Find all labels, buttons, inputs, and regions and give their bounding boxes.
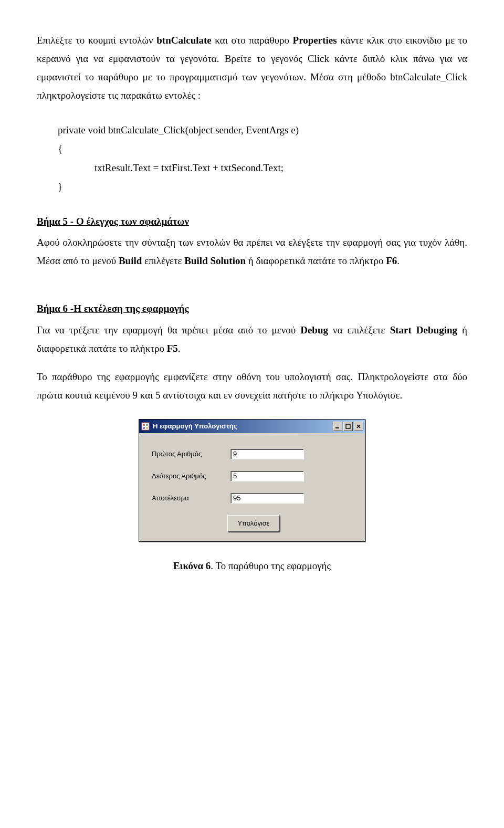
step-6-body-1: Για να τρέξετε την εφαρμογή θα πρέπει μέ… bbox=[37, 321, 467, 358]
close-icon bbox=[356, 424, 361, 429]
title-bar: Η εφαρμογή Υπολογιστής bbox=[139, 420, 365, 433]
text: Επιλέξτε το κουμπί εντολών bbox=[37, 35, 156, 46]
text: Για να τρέξετε την εφαρμογή θα πρέπει μέ… bbox=[37, 324, 300, 336]
minimize-button[interactable] bbox=[333, 422, 342, 431]
svg-rect-3 bbox=[143, 427, 145, 429]
row-first-number: Πρώτος Αριθμός 9 bbox=[152, 448, 355, 460]
label-result: Αποτέλεσμα bbox=[152, 492, 230, 505]
text: και στο παράθυρο bbox=[212, 35, 293, 46]
menu-ref: Build Solution bbox=[184, 255, 246, 266]
svg-rect-4 bbox=[146, 427, 148, 429]
svg-rect-5 bbox=[335, 427, 339, 428]
code-block: private void btnCalculate_Click(object s… bbox=[58, 121, 467, 196]
window-controls bbox=[333, 422, 363, 431]
caption-text: . Το παράθυρο της εφαρμογής bbox=[211, 560, 331, 571]
code-ref: btnCalculate bbox=[156, 35, 212, 46]
code-line: txtResult.Text = txtFirst.Text + txtSeco… bbox=[58, 159, 467, 177]
text: . bbox=[178, 343, 181, 354]
svg-rect-1 bbox=[143, 424, 145, 426]
svg-rect-2 bbox=[146, 424, 148, 426]
document-page: Επιλέξτε το κουμπί εντολών btnCalculate … bbox=[0, 0, 504, 601]
key-ref: F6 bbox=[386, 255, 397, 266]
label-second: Δεύτερος Αριθμός bbox=[152, 470, 230, 483]
form-body: Πρώτος Αριθμός 9 Δεύτερος Αριθμός 5 Αποτ… bbox=[139, 433, 365, 541]
step-5-heading: Βήμα 5 - Ο έλεγχος των σφαλμάτων bbox=[37, 212, 467, 230]
paragraph-intro: Επιλέξτε το κουμπί εντολών btnCalculate … bbox=[37, 31, 467, 105]
close-button[interactable] bbox=[354, 422, 363, 431]
maximize-button[interactable] bbox=[343, 422, 353, 431]
input-second[interactable]: 5 bbox=[230, 471, 304, 481]
minimize-icon bbox=[335, 424, 340, 429]
input-first[interactable]: 9 bbox=[230, 449, 304, 459]
key-ref: F5 bbox=[167, 343, 178, 354]
screenshot-wrapper: Η εφαρμογή Υπολογιστής Πρώτος Αριθμός bbox=[37, 419, 467, 542]
row-second-number: Δεύτερος Αριθμός 5 bbox=[152, 470, 355, 483]
input-result[interactable]: 95 bbox=[230, 493, 304, 504]
button-row: Υπολόγισε bbox=[152, 515, 355, 532]
app-window: Η εφαρμογή Υπολογιστής Πρώτος Αριθμός bbox=[139, 419, 365, 542]
calculate-button[interactable]: Υπολόγισε bbox=[227, 515, 279, 532]
heading-text: Βήμα 6 -Η εκτέλεση της εφαρμογής bbox=[37, 303, 189, 314]
text: επιλέγετε bbox=[142, 255, 184, 266]
properties-ref: Properties bbox=[293, 35, 337, 46]
step-5-body: Αφού ολοκληρώσετε την σύνταξη των εντολώ… bbox=[37, 233, 467, 270]
text: . bbox=[397, 255, 400, 266]
code-line: private void btnCalculate_Click(object s… bbox=[58, 124, 299, 135]
maximize-icon bbox=[345, 424, 351, 429]
window-title: Η εφαρμογή Υπολογιστής bbox=[153, 420, 333, 433]
row-result: Αποτέλεσμα 95 bbox=[152, 492, 355, 505]
menu-ref: Debug bbox=[300, 324, 328, 336]
menu-ref: Build bbox=[119, 255, 142, 266]
text: να επιλέξετε bbox=[328, 324, 390, 336]
text: Το παράθυρο της εφαρμογής εμφανίζετε στη… bbox=[37, 371, 467, 401]
code-line: { bbox=[58, 143, 62, 154]
text: ή διαφορετικά πατάτε το πλήκτρο bbox=[246, 255, 386, 266]
heading-text: Βήμα 5 - Ο έλεγχος των σφαλμάτων bbox=[37, 216, 189, 227]
menu-ref: Start Debuging bbox=[390, 324, 457, 336]
step-6-body-2: Το παράθυρο της εφαρμογής εμφανίζετε στη… bbox=[37, 368, 467, 404]
svg-rect-6 bbox=[346, 424, 350, 428]
app-icon bbox=[141, 422, 150, 431]
figure-caption: Εικόνα 6. Το παράθυρο της εφαρμογής bbox=[37, 557, 467, 575]
step-6-heading: Βήμα 6 -Η εκτέλεση της εφαρμογής bbox=[37, 299, 467, 318]
caption-label: Εικόνα 6 bbox=[173, 560, 211, 571]
code-line: } bbox=[58, 181, 62, 192]
label-first: Πρώτος Αριθμός bbox=[152, 448, 230, 460]
